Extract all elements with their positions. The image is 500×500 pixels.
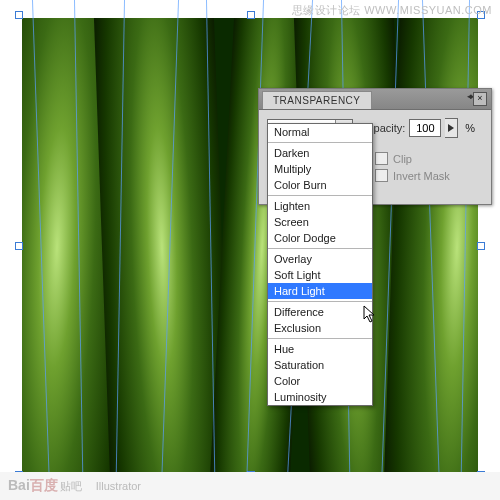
blend-multiply[interactable]: Multiply bbox=[268, 161, 372, 177]
blend-exclusion[interactable]: Exclusion bbox=[268, 320, 372, 336]
separator bbox=[268, 301, 372, 302]
invert-mask-label: Invert Mask bbox=[393, 170, 450, 182]
blend-saturation[interactable]: Saturation bbox=[268, 357, 372, 373]
blend-hue[interactable]: Hue bbox=[268, 341, 372, 357]
checkbox-icon bbox=[375, 152, 388, 165]
blend-lighten[interactable]: Lighten bbox=[268, 198, 372, 214]
clip-checkbox[interactable]: Clip bbox=[375, 152, 450, 165]
separator bbox=[268, 195, 372, 196]
blend-colordodge[interactable]: Color Dodge bbox=[268, 230, 372, 246]
checkbox-icon bbox=[375, 169, 388, 182]
stripe bbox=[93, 18, 231, 472]
footer-bar: Bai百度 贴吧 Illustrator bbox=[0, 472, 500, 500]
blend-mode-dropdown[interactable]: Normal Darken Multiply Color Burn Lighte… bbox=[267, 123, 373, 406]
blend-hardlight[interactable]: Hard Light bbox=[268, 283, 372, 299]
app-name-label: Illustrator bbox=[96, 480, 141, 492]
blend-luminosity[interactable]: Luminosity bbox=[268, 389, 372, 405]
separator bbox=[268, 248, 372, 249]
panel-title[interactable]: TRANSPARENCY bbox=[262, 91, 372, 109]
baidu-logo: Bai百度 bbox=[8, 477, 58, 495]
handle-right-mid[interactable] bbox=[477, 242, 485, 250]
blend-softlight[interactable]: Soft Light bbox=[268, 267, 372, 283]
blend-colorburn[interactable]: Color Burn bbox=[268, 177, 372, 193]
panel-close-icon[interactable]: × bbox=[473, 92, 487, 106]
panel-tab-bar[interactable]: TRANSPARENCY ◂▸ × bbox=[259, 89, 491, 110]
blend-normal[interactable]: Normal bbox=[268, 124, 372, 140]
clip-label: Clip bbox=[393, 153, 412, 165]
blend-color[interactable]: Color bbox=[268, 373, 372, 389]
transparency-panel[interactable]: TRANSPARENCY ◂▸ × Normal Opacity: % Clip… bbox=[258, 88, 492, 205]
blend-difference[interactable]: Difference bbox=[268, 304, 372, 320]
baidu-tieba-label: 贴吧 bbox=[60, 479, 82, 494]
stripe bbox=[383, 18, 478, 472]
percent-label: % bbox=[465, 122, 475, 134]
blend-darken[interactable]: Darken bbox=[268, 145, 372, 161]
mouse-cursor-icon bbox=[363, 305, 377, 325]
separator bbox=[268, 338, 372, 339]
separator bbox=[268, 142, 372, 143]
artwork-canvas[interactable] bbox=[22, 18, 478, 472]
invert-mask-checkbox[interactable]: Invert Mask bbox=[375, 169, 450, 182]
blend-overlay[interactable]: Overlay bbox=[268, 251, 372, 267]
opacity-stepper-icon[interactable] bbox=[445, 118, 458, 138]
watermark-top: 思缘设计论坛 WWW.MISSYUAN.COM bbox=[292, 3, 492, 18]
opacity-input[interactable] bbox=[409, 119, 441, 137]
blend-screen[interactable]: Screen bbox=[268, 214, 372, 230]
